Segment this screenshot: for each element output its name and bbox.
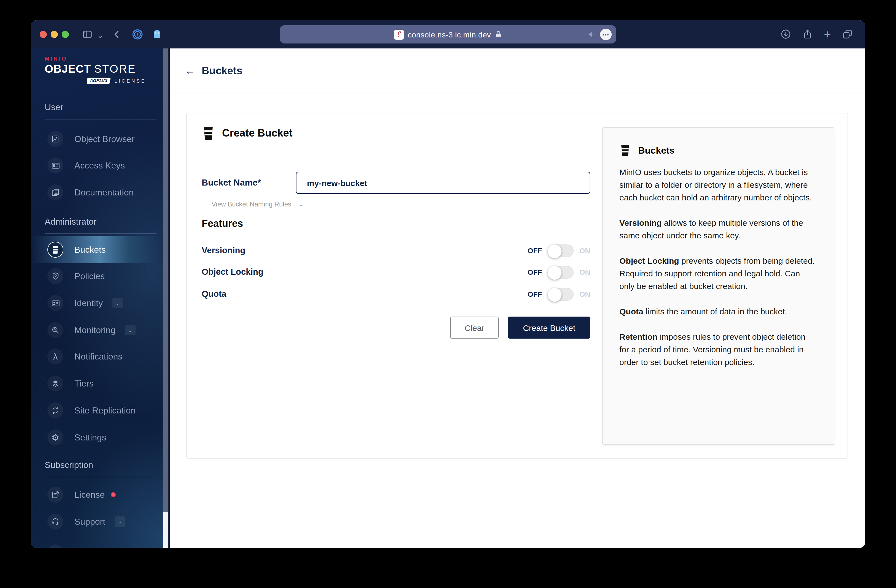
page-header: ← Buckets: [170, 49, 865, 94]
minio-logo: MINIO OBJECT STORE AGPLV3 LICENSE: [45, 56, 149, 84]
screen: ⌄: [0, 0, 896, 588]
identity-icon: [47, 295, 63, 311]
sidebar-item-license[interactable]: License: [31, 481, 163, 508]
quota-row: Quota OFF ON: [202, 286, 590, 302]
sidebar-item-policies[interactable]: Policies: [31, 263, 163, 290]
sidebar-item-documentation[interactable]: Documentation: [31, 179, 163, 206]
back-arrow-icon[interactable]: ←: [185, 65, 195, 77]
sidebar-item-identity[interactable]: Identity ⌄: [31, 290, 163, 317]
sidebar-scrollbar-thumb[interactable]: [163, 49, 168, 512]
bucket-icon: [202, 126, 215, 140]
url-text: console.ns-3.ic.min.dev: [408, 30, 491, 39]
quota-off-label: OFF: [528, 290, 542, 298]
naming-rules-link[interactable]: View Bucket Naming Rules ⌄: [212, 201, 303, 208]
object-locking-toggle-knob[interactable]: [547, 266, 561, 280]
sidebar-scrollbar[interactable]: [163, 49, 168, 548]
new-tab-icon[interactable]: +: [824, 29, 831, 40]
quota-label: Quota: [202, 289, 227, 299]
page-title[interactable]: Buckets: [202, 65, 242, 77]
form-title: Create Bucket: [222, 127, 293, 139]
mute-audio-icon[interactable]: [587, 30, 596, 38]
features-title: Features: [202, 218, 243, 229]
browser-window: ⌄: [31, 20, 865, 548]
onepassword-extension-icon[interactable]: [132, 29, 143, 40]
license-alert-badge: [111, 492, 116, 497]
sidebar-item-site-replication[interactable]: Site Replication: [31, 397, 163, 424]
back-navigation-icon[interactable]: [112, 29, 122, 40]
partial-item-icon: [47, 544, 63, 548]
agpl-badge: AGPLV3: [87, 77, 110, 84]
support-expand-icon[interactable]: ⌄: [114, 517, 125, 527]
sidebar-item-settings[interactable]: ⚙ Settings: [31, 424, 163, 451]
sidebar-item-support[interactable]: Support ⌄: [31, 508, 163, 535]
features-divider: [202, 236, 590, 236]
help-paragraph-object-locking: Object Locking prevents objects from bei…: [619, 254, 817, 292]
minimize-window-button[interactable]: [51, 31, 58, 38]
access-keys-icon: [47, 158, 63, 173]
downloads-icon[interactable]: [780, 29, 791, 40]
bucket-name-input[interactable]: [296, 172, 590, 194]
quota-toggle[interactable]: [548, 288, 573, 300]
site-replication-icon: [47, 403, 63, 418]
sidebar-item-notifications[interactable]: λ Notifications: [31, 343, 163, 370]
help-paragraph-quota: Quota limits the amount of data in the b…: [619, 305, 817, 318]
create-bucket-button[interactable]: Create Bucket: [508, 317, 590, 339]
object-locking-row: Object Locking OFF ON: [202, 264, 590, 280]
identity-expand-icon[interactable]: ⌄: [112, 298, 123, 308]
versioning-row: Versioning OFF ON: [202, 242, 590, 259]
license-icon: [47, 487, 63, 503]
ghostery-extension-icon[interactable]: [152, 29, 163, 40]
sidebar-item-access-keys[interactable]: Access Keys: [31, 152, 163, 179]
object-locking-off-label: OFF: [528, 268, 542, 276]
policies-icon: [47, 268, 63, 284]
versioning-toggle[interactable]: [548, 244, 573, 257]
object-locking-label: Object Locking: [202, 267, 264, 277]
quota-on-label: ON: [579, 290, 590, 298]
monitoring-icon: [47, 322, 63, 338]
help-paragraph-intro: MinIO uses buckets to organize objects. …: [619, 166, 817, 204]
sidebar-item-partial: [31, 539, 163, 548]
main-content: ← Buckets Create Bucket Bucket Name*: [170, 49, 865, 548]
gear-icon: ⚙: [47, 430, 63, 445]
quota-toggle-knob[interactable]: [547, 288, 561, 301]
license-row: AGPLV3 LICENSE: [45, 77, 149, 84]
sidebar-item-monitoring[interactable]: Monitoring ⌄: [31, 317, 163, 343]
share-icon[interactable]: [802, 29, 813, 40]
help-paragraph-retention: Retention imposes rules to prevent objec…: [619, 330, 817, 368]
sidebar-item-object-browser[interactable]: Object Browser: [31, 126, 163, 152]
versioning-off-label: OFF: [528, 246, 542, 255]
sidebar-toggle-icon[interactable]: [82, 29, 93, 40]
object-locking-toggle[interactable]: [548, 266, 573, 278]
naming-rules-chevron-icon: ⌄: [299, 201, 303, 208]
sidebar-chevron-icon[interactable]: ⌄: [97, 30, 103, 41]
sidebar-item-buckets[interactable]: Buckets: [31, 236, 163, 263]
bucket-name-label: Bucket Name*: [202, 178, 261, 188]
versioning-toggle-knob[interactable]: [547, 244, 561, 258]
help-paragraph-versioning: Versioning allows to keep multiple versi…: [619, 216, 817, 242]
close-window-button[interactable]: [40, 31, 47, 38]
section-header-user: User: [45, 102, 157, 120]
sidebar-item-tiers[interactable]: Tiers: [31, 370, 163, 397]
tiers-icon: [47, 375, 63, 392]
browser-titlebar: ⌄: [31, 20, 865, 49]
notifications-lambda-icon: λ: [47, 348, 63, 365]
header-divider: [202, 150, 590, 150]
form-header: Create Bucket: [202, 126, 293, 140]
clear-button[interactable]: Clear: [450, 317, 499, 339]
section-header-subscription: Subscription: [45, 460, 157, 477]
url-bar[interactable]: console.ns-3.ic.min.dev •••: [280, 25, 616, 44]
license-label: LICENSE: [114, 78, 146, 84]
help-title: Buckets: [638, 145, 675, 156]
section-header-administrator: Administrator: [45, 217, 157, 234]
buckets-help-panel: Buckets MinIO uses buckets to organize o…: [602, 127, 834, 445]
help-bucket-icon: [619, 144, 631, 157]
monitoring-expand-icon[interactable]: ⌄: [125, 325, 135, 335]
object-locking-on-label: ON: [579, 268, 590, 276]
site-favicon: [394, 29, 404, 40]
tab-overview-icon[interactable]: [842, 29, 853, 40]
page-settings-icon[interactable]: •••: [600, 29, 612, 40]
lock-icon: [495, 30, 502, 38]
documentation-icon: [47, 184, 63, 201]
zoom-window-button[interactable]: [62, 31, 69, 38]
create-bucket-card: Create Bucket Bucket Name* View Bucket N…: [186, 113, 848, 459]
